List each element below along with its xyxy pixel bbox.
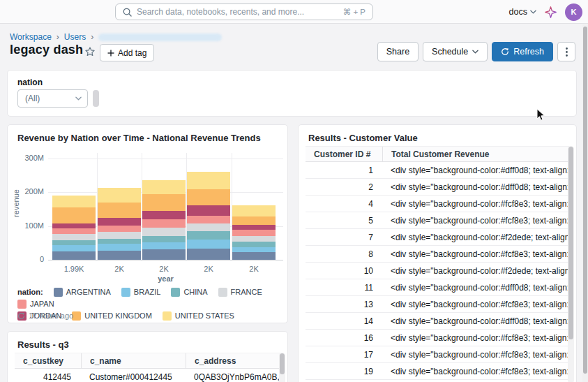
- search-input[interactable]: Search data, notebooks, recents, and mor…: [115, 3, 373, 20]
- page-title: legacy dash: [10, 43, 83, 57]
- bar-segment-argentina: [232, 252, 276, 260]
- bar-segment-japan: [142, 219, 186, 228]
- legend-item-france[interactable]: FRANCE: [218, 286, 262, 298]
- search-icon: [123, 8, 132, 17]
- customer-id-cell: 17: [306, 350, 382, 360]
- bar-segment-china: [187, 231, 230, 240]
- customer-id-cell: 13: [306, 300, 382, 309]
- legend-item-united-kingdom[interactable]: UNITED KINGDOM: [72, 310, 152, 322]
- gridline: [48, 260, 283, 260]
- total-revenue-cell: <div style="background-color:#f2dede; te…: [382, 266, 569, 276]
- table-scrollbar-thumb[interactable]: [568, 147, 573, 339]
- bar-segment-france: [142, 228, 186, 236]
- nation-filter-dropdown[interactable]: (All): [17, 89, 88, 108]
- chart-x-axis-label: year: [48, 274, 283, 283]
- table-scrollbar[interactable]: [279, 353, 285, 382]
- docs-menu[interactable]: docs: [509, 7, 536, 17]
- breadcrumb-separator: ›: [56, 32, 59, 42]
- bar-segment-united-kingdom: [142, 194, 186, 211]
- legend-item-japan[interactable]: JAPAN: [17, 298, 54, 310]
- table-row: 4<div style="background-color:#fcf8e3; t…: [306, 196, 569, 212]
- legend-item-united-states[interactable]: UNITED STATES: [163, 310, 234, 322]
- page-scrollbar-thumb[interactable]: [583, 27, 587, 374]
- legend-series-name: UNITED KINGDOM: [84, 310, 152, 322]
- bar-segment-jordan: [142, 211, 186, 219]
- schedule-button[interactable]: Schedule: [423, 42, 488, 61]
- table-row: 19<div style="background-color:#fcf8e3; …: [306, 363, 569, 380]
- last-refreshed: 17 hours ago: [17, 311, 73, 320]
- table-header-row: c_custkey c_name c_address: [15, 353, 280, 369]
- chart-plot[interactable]: [48, 153, 283, 260]
- x-axis-tick: 2K: [114, 265, 123, 273]
- q3-results-card: Results - q3 c_custkey c_name c_address …: [7, 331, 288, 382]
- table-scrollbar[interactable]: [568, 146, 574, 382]
- legend-label: nation:: [17, 286, 43, 298]
- x-axis-tick: 2K: [249, 265, 258, 273]
- filter-drag-handle[interactable]: [93, 90, 99, 107]
- bar-segment-brazil: [142, 242, 186, 250]
- bar-segment-jordan: [98, 218, 141, 226]
- bar-segment-china: [142, 236, 186, 242]
- refresh-clock-icon: [17, 312, 25, 320]
- add-tag-button[interactable]: Add tag: [100, 44, 154, 61]
- y-axis-tick: 200M: [12, 187, 44, 196]
- customer-id-cell: 7: [306, 233, 382, 242]
- bar-segment-united-states: [187, 172, 230, 189]
- legend-item-brazil[interactable]: BRAZIL: [121, 286, 161, 298]
- bar-segment-argentina: [52, 251, 96, 260]
- custkey-cell: 412445: [15, 372, 81, 382]
- total-revenue-cell: <div style="background-color:#f2dede; te…: [382, 233, 569, 242]
- table-row: 10<div style="background-color:#f2dede; …: [306, 263, 569, 279]
- table-row: 7<div style="background-color:#f2dede; t…: [306, 229, 569, 246]
- table-scrollbar-thumb[interactable]: [280, 353, 285, 374]
- column-header-address: c_address: [186, 353, 280, 368]
- legend-series-name: UNITED STATES: [175, 310, 234, 322]
- breadcrumb-redacted-user[interactable]: [98, 34, 222, 41]
- stacked-bar: [52, 196, 96, 260]
- search-placeholder: Search data, notebooks, recents, and mor…: [137, 7, 343, 17]
- table-row: 412445Customer#0004124450QAB3OjYnbP6mA0B…: [15, 369, 280, 382]
- legend-swatch: [121, 288, 130, 297]
- customer-value-table: Customer ID # Total Customer Revenue 1<d…: [306, 146, 569, 382]
- bar-segment-united-kingdom: [98, 203, 141, 218]
- total-revenue-cell: <div style="background-color:#dff0d8; te…: [382, 283, 569, 293]
- customer-id-cell: 4: [306, 199, 382, 209]
- table-header-row: Customer ID # Total Customer Revenue: [306, 146, 569, 162]
- total-revenue-cell: <div style="background-color:#fcf8e3; te…: [382, 333, 569, 343]
- bar-segment-china: [52, 240, 96, 245]
- table-row: 1<div style="background-color:#dff0d8; t…: [306, 162, 569, 179]
- customer-id-cell: 5: [306, 216, 382, 226]
- refresh-button[interactable]: Refresh: [492, 42, 553, 61]
- breadcrumb-workspace-link[interactable]: Workspace: [10, 32, 52, 42]
- bar-segment-argentina: [98, 251, 141, 260]
- legend-item-argentina[interactable]: ARGENTINA: [54, 286, 111, 298]
- kebab-menu-button[interactable]: [557, 42, 575, 61]
- assistant-sparkle-icon[interactable]: [545, 6, 557, 18]
- legend-swatch: [163, 311, 172, 321]
- favorite-star-icon[interactable]: [84, 46, 96, 57]
- filter-nation-label: nation: [17, 78, 43, 87]
- bar-segment-united-kingdom: [187, 189, 230, 206]
- legend-series-name: BRAZIL: [134, 286, 161, 298]
- column-header-customer-id: Customer ID #: [306, 149, 382, 159]
- page-scrollbar[interactable]: [582, 24, 588, 382]
- top-bar: Search data, notebooks, recents, and mor…: [0, 0, 588, 24]
- bar-segment-jordan: [52, 223, 96, 229]
- y-axis-tick: 100M: [12, 221, 44, 230]
- bar-segment-japan: [232, 230, 276, 235]
- table-row: 2<div style="background-color:#dff0d8; t…: [306, 179, 569, 196]
- legend-swatch: [17, 300, 27, 309]
- breadcrumb-separator: ›: [91, 32, 93, 42]
- customer-value-card: Results - Customer Value Customer ID # T…: [298, 124, 577, 382]
- share-button[interactable]: Share: [377, 42, 419, 61]
- legend-item-china[interactable]: CHINA: [171, 286, 207, 298]
- user-avatar[interactable]: K: [565, 3, 582, 21]
- legend-series-name: ARGENTINA: [66, 286, 111, 298]
- legend-series-name: CHINA: [183, 286, 207, 298]
- total-revenue-cell: <div style="background-color:#dff0d8; te…: [382, 316, 569, 326]
- table-row: 14<div style="background-color:#dff0d8; …: [306, 313, 569, 330]
- table-row: 17<div style="background-color:#fcf8e3; …: [306, 346, 569, 363]
- breadcrumb-users-link[interactable]: Users: [64, 32, 86, 42]
- search-shortcut: ⌘ + P: [343, 7, 365, 17]
- customer-id-cell: 10: [306, 266, 382, 276]
